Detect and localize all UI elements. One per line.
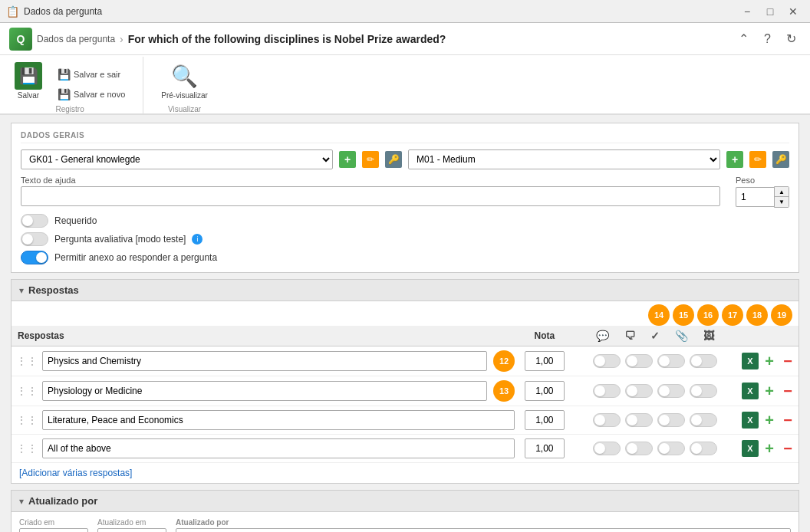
category-add-button[interactable]: + (339, 151, 356, 168)
nav-up-button[interactable]: ⌃ (734, 30, 753, 48)
row3-excel-button[interactable]: X (742, 412, 759, 429)
criado-em-label: Criado em (19, 518, 88, 527)
row1-toggle4[interactable] (690, 354, 717, 368)
refresh-button[interactable]: ↻ (782, 30, 801, 48)
requerido-toggle[interactable] (21, 214, 48, 228)
titlebar-title: Dados da pergunta (24, 6, 102, 17)
badge-14: 14 (648, 304, 670, 326)
row4-toggle1[interactable] (593, 442, 621, 455)
row4-remove-button[interactable]: − (780, 441, 795, 456)
answer-input-1[interactable] (42, 351, 487, 371)
badge-16: 16 (697, 304, 719, 326)
badge-18: 18 (746, 304, 768, 326)
difficulty-add-button[interactable]: + (726, 151, 743, 168)
row2-toggle2[interactable] (625, 384, 653, 398)
row2-toggle4[interactable] (690, 384, 717, 398)
atualizado-title: Atualizado por (28, 495, 97, 507)
dados-gerais-section: DADOS GERAIS GK01 - General knowlegde + … (11, 123, 799, 273)
criado-em-value: 16/03/2017 (19, 528, 88, 532)
row1-toggle1[interactable] (593, 354, 621, 368)
texto-ajuda-input[interactable] (21, 186, 720, 206)
atualizado-collapse-icon[interactable]: ▾ (19, 496, 24, 507)
nota-input-1[interactable] (525, 351, 565, 371)
titlebar: 📋 Dados da pergunta − □ ✕ (0, 0, 810, 23)
save-label: Salvar (18, 91, 39, 100)
difficulty-edit-button[interactable]: ✏ (749, 151, 766, 168)
peso-up-button[interactable]: ▲ (775, 187, 789, 197)
drag-handle[interactable]: ⋮⋮ (15, 355, 39, 367)
row3-remove-button[interactable]: − (780, 412, 795, 428)
row3-toggle1[interactable] (593, 413, 621, 427)
nota-input-3[interactable] (525, 410, 565, 430)
answer-input-4[interactable] (42, 438, 515, 458)
table-row: ⋮⋮ 13 (12, 376, 798, 406)
save-new-button[interactable]: 💾 Salvar e novo (52, 85, 130, 103)
pergunta-avaliativa-row: Pergunta avaliativa [modo teste] i (21, 232, 789, 246)
save-new-label: Salvar e novo (74, 90, 125, 99)
row3-toggle2[interactable] (625, 413, 653, 427)
breadcrumb-home[interactable]: Dados da pergunta (37, 34, 115, 44)
col-icon-check: ✓ (650, 330, 660, 342)
permitir-anexo-toggle[interactable] (21, 251, 48, 264)
peso-down-button[interactable]: ▼ (775, 197, 789, 207)
drag-handle[interactable]: ⋮⋮ (15, 385, 39, 397)
category-select[interactable]: GK01 - General knowlegde (21, 149, 333, 169)
row1-excel-button[interactable]: X (742, 353, 759, 369)
difficulty-key-button[interactable]: 🔑 (772, 151, 789, 168)
row3-toggle3[interactable] (657, 413, 685, 427)
answer-input-3[interactable] (42, 410, 515, 430)
nota-input-2[interactable] (525, 381, 565, 401)
row2-add-button[interactable]: + (762, 383, 777, 399)
preview-button[interactable]: 🔍 Pré-visualizar (153, 60, 216, 103)
help-button[interactable]: ? (759, 30, 775, 48)
close-button[interactable]: ✕ (782, 3, 804, 20)
row1-toggle2[interactable] (625, 354, 653, 368)
row2-excel-button[interactable]: X (742, 383, 759, 399)
row1-remove-button[interactable]: − (780, 353, 795, 369)
respostas-title: Respostas (28, 284, 79, 296)
row4-excel-button[interactable]: X (742, 440, 759, 457)
row2-toggle3[interactable] (657, 384, 685, 398)
category-edit-button[interactable]: ✏ (362, 151, 379, 168)
save-icon: 💾 (15, 62, 42, 90)
row4-toggle3[interactable] (657, 442, 685, 455)
toolbar: 💾 Salvar 💾 Salvar e sair 💾 Salvar e novo… (0, 55, 810, 115)
pergunta-avaliativa-toggle[interactable] (21, 232, 48, 246)
category-key-button[interactable]: 🔑 (385, 151, 402, 168)
atualizado-em-label: Atualizado em (97, 518, 166, 527)
save-exit-icon: 💾 (58, 68, 71, 80)
row2-toggle1[interactable] (593, 384, 621, 398)
table-row: ⋮⋮ 12 (12, 346, 798, 376)
registro-label: Registro (56, 105, 84, 113)
row2-remove-button[interactable]: − (780, 383, 795, 399)
requerido-toggle-row: Requerido (21, 214, 789, 228)
row3-add-button[interactable]: + (762, 412, 777, 428)
save-exit-button[interactable]: 💾 Salvar e sair (52, 65, 130, 84)
row4-toggle2[interactable] (625, 442, 653, 455)
row4-add-button[interactable]: + (762, 441, 777, 456)
app-header: Q Dados da pergunta › For which of the f… (0, 23, 810, 55)
badge-19: 19 (771, 304, 792, 326)
row1-toggle3[interactable] (657, 354, 685, 368)
col-icon-image: 🖼 (703, 330, 714, 342)
peso-input[interactable] (736, 187, 774, 207)
answer-input-2[interactable] (42, 381, 487, 401)
drag-handle[interactable]: ⋮⋮ (15, 414, 39, 426)
respostas-collapse-icon[interactable]: ▾ (19, 285, 24, 296)
save-new-icon: 💾 (58, 88, 71, 100)
difficulty-select[interactable]: M01 - Medium (408, 149, 720, 169)
nota-input-4[interactable] (525, 438, 565, 458)
dados-gerais-title: DADOS GERAIS (21, 131, 789, 143)
minimize-button[interactable]: − (736, 3, 758, 20)
info-icon[interactable]: i (192, 234, 202, 245)
row1-add-button[interactable]: + (762, 353, 777, 369)
row3-toggle4[interactable] (690, 413, 717, 427)
save-button[interactable]: 💾 Salvar (9, 60, 48, 103)
add-multiple-link[interactable]: [Adicionar várias respostas] (19, 468, 132, 478)
maximize-button[interactable]: □ (759, 3, 781, 20)
answer-badge-13: 13 (493, 380, 515, 402)
breadcrumb-question: For which of the following disciplines i… (128, 33, 446, 45)
row4-toggle4[interactable] (690, 442, 717, 455)
drag-handle[interactable]: ⋮⋮ (15, 442, 39, 455)
preview-label: Pré-visualizar (161, 91, 208, 100)
